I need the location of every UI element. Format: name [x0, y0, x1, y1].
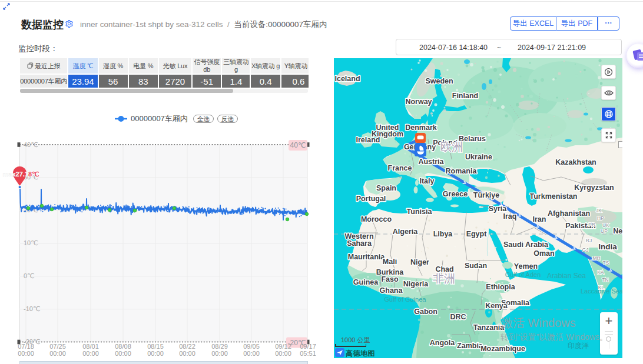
svg-text:Iceland: Iceland [334, 75, 360, 83]
svg-text:Yemen: Yemen [514, 262, 538, 271]
svg-text:07/25: 07/25 [49, 343, 66, 350]
svg-text:00:00: 00:00 [179, 350, 195, 357]
svg-text:Afghanistan: Afghanistan [548, 209, 590, 218]
svg-text:France: France [388, 164, 412, 172]
svg-text:Egypt: Egypt [466, 230, 488, 238]
svg-text:Ireland: Ireland [356, 136, 380, 144]
svg-text:-10℃: -10℃ [24, 305, 40, 312]
svg-text:KL: KL [598, 285, 605, 290]
svg-text:40℃: 40℃ [290, 141, 306, 149]
svg-text:00:00: 00:00 [82, 350, 99, 357]
svg-text:Niger: Niger [410, 258, 429, 266]
svg-text:Denmark: Denmark [405, 123, 437, 132]
svg-text:10℃: 10℃ [24, 239, 38, 246]
svg-text:Morocco: Morocco [361, 215, 392, 223]
svg-text:Turkmenistan: Turkmenistan [529, 192, 577, 201]
svg-text:08/01: 08/01 [82, 343, 99, 350]
svg-text:Saudi Arabia: Saudi Arabia [503, 241, 549, 249]
svg-text:JK: JK [596, 208, 602, 213]
svg-text:TS: TS [603, 260, 609, 266]
svg-text:08/22: 08/22 [179, 343, 195, 350]
svg-text:09/05: 09/05 [243, 343, 260, 350]
svg-text:PB: PB [588, 222, 595, 228]
svg-text:DRC: DRC [450, 313, 466, 321]
svg-text:欧洲: 欧洲 [440, 141, 463, 153]
svg-text:00:00: 00:00 [243, 350, 260, 357]
svg-text:max27.18℃: max27.18℃ [3, 171, 40, 178]
svg-text:Iran: Iran [533, 215, 546, 223]
svg-text:Angola: Angola [430, 339, 455, 347]
svg-text:Nigeria: Nigeria [403, 280, 429, 288]
svg-text:Tunisia: Tunisia [407, 208, 433, 216]
svg-text:MH: MH [592, 255, 600, 261]
svg-text:00:00: 00:00 [147, 350, 164, 357]
svg-text:08/29: 08/29 [211, 343, 228, 350]
svg-text:Ethiopia: Ethiopia [486, 283, 515, 291]
svg-text:Austria: Austria [418, 158, 444, 166]
svg-text:Romania: Romania [446, 167, 478, 175]
svg-text:07/18: 07/18 [18, 343, 34, 350]
svg-text:KA: KA [597, 269, 604, 275]
svg-text:Guinea: Guinea [353, 278, 379, 286]
svg-text:0℃: 0℃ [24, 272, 34, 279]
svg-text:Spain: Spain [376, 184, 396, 192]
svg-text:09/12: 09/12 [275, 343, 291, 350]
svg-text:00:00: 00:00 [18, 350, 34, 357]
svg-text:05:51: 05:51 [300, 350, 316, 357]
svg-text:UP: UP [601, 228, 608, 234]
svg-text:Italy: Italy [419, 177, 434, 185]
svg-text:Mauritania: Mauritania [348, 253, 386, 261]
svg-text:Iraq: Iraq [503, 212, 517, 221]
svg-text:40℃: 40℃ [24, 141, 38, 148]
svg-text:Ukraine: Ukraine [465, 153, 492, 161]
svg-text:HP: HP [597, 215, 604, 221]
svg-text:RJ: RJ [586, 238, 592, 243]
svg-text:09/17: 09/17 [300, 343, 316, 350]
svg-text:Kenya: Kenya [485, 302, 508, 310]
svg-text:Libya: Libya [433, 230, 453, 238]
svg-text:Ghana: Ghana [380, 286, 403, 295]
svg-text:Faso: Faso [381, 275, 399, 283]
svg-text:Mozambique: Mozambique [480, 345, 525, 353]
svg-text:00:00: 00:00 [275, 350, 291, 357]
svg-text:Türkiye: Türkiye [473, 191, 500, 199]
svg-text:Sweden: Sweden [425, 77, 453, 85]
svg-text:Finland: Finland [452, 92, 478, 100]
svg-text:Greece: Greece [443, 190, 468, 198]
svg-text:08/08: 08/08 [115, 343, 131, 350]
svg-text:00:00: 00:00 [115, 350, 131, 357]
svg-text:Arabian Sea: Arabian Sea [547, 272, 586, 280]
svg-text:India: India [598, 242, 617, 251]
svg-text:Kazakhstan: Kazakhstan [555, 158, 596, 166]
svg-text:Nep: Nep [613, 227, 622, 235]
svg-text:Algeria: Algeria [393, 228, 418, 236]
svg-text:Gabon: Gabon [414, 308, 437, 316]
svg-text:Sudan: Sudan [465, 262, 487, 270]
svg-text:Norway: Norway [405, 98, 432, 106]
svg-text:Gulf of Guinea: Gulf of Guinea [385, 296, 427, 303]
svg-text:Kyrgyzstan: Kyrgyzstan [574, 183, 614, 192]
svg-text:Gulf of Aden: Gulf of Aden [505, 271, 541, 278]
svg-text:Tanzania: Tanzania [473, 323, 505, 332]
svg-text:GJ: GJ [582, 247, 589, 253]
svg-text:非洲: 非洲 [433, 272, 455, 285]
svg-text:印度洋: 印度洋 [568, 342, 589, 350]
svg-text:08/15: 08/15 [147, 343, 164, 350]
svg-text:TN: TN [602, 277, 608, 283]
svg-text:Syria: Syria [489, 205, 508, 213]
svg-text:Portugal: Portugal [356, 195, 386, 203]
svg-text:Mali: Mali [383, 258, 397, 266]
svg-text:Zambia: Zambia [457, 342, 483, 350]
svg-text:UK: UK [602, 222, 609, 228]
svg-text:Oman: Oman [533, 249, 554, 258]
svg-text:00:00: 00:00 [211, 350, 228, 357]
svg-text:Sahara: Sahara [347, 239, 372, 248]
svg-text:00:00: 00:00 [49, 350, 66, 357]
